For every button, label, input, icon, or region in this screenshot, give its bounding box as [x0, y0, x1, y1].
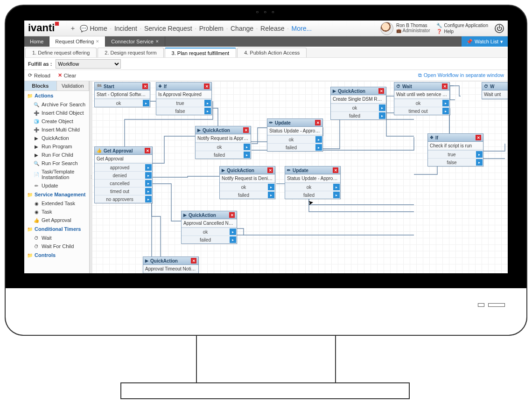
new-icon[interactable]: ＋	[70, 24, 76, 33]
node-update-rejected[interactable]: ✏Update✕ Status Update - Approval Rejec …	[285, 166, 341, 199]
node-qa-approved[interactable]: ▶QuickAction✕ Notify Request is Approved…	[195, 126, 251, 159]
close-icon[interactable]: ✕	[155, 39, 159, 44]
reload-button[interactable]: ⟳Reload	[28, 72, 50, 78]
palette-insert-multi[interactable]: ➕Insert Multi Child	[24, 125, 89, 134]
port[interactable]: ▸	[145, 180, 152, 187]
open-workflow-link[interactable]: ⧉Open Workflow in separate window	[418, 72, 504, 78]
port[interactable]: ▸	[230, 229, 236, 235]
palette-wait[interactable]: ⏱Wait	[24, 234, 89, 242]
port[interactable]: ▸	[268, 192, 274, 198]
node-qa-dsm[interactable]: ▶QuickAction✕ Create Single DSM Request …	[330, 87, 386, 120]
palette-wait-child[interactable]: ⏱Wait For Child	[24, 242, 89, 250]
close-icon[interactable]: ✕	[191, 258, 196, 263]
port[interactable]: ▸	[476, 159, 483, 166]
configure-app-link[interactable]: 🔧Configure Application	[436, 23, 488, 28]
palette-ext-task[interactable]: ◉Extended Task	[24, 199, 89, 208]
group-actions[interactable]: Actions	[24, 91, 89, 100]
palette-quickaction[interactable]: ▶QuickAction	[24, 134, 89, 142]
palette-run-child[interactable]: ▶Run For Child	[24, 151, 89, 159]
tab-home[interactable]: Home	[24, 36, 49, 47]
palette-task-template[interactable]: 📄Task/Template Instantiation	[24, 167, 89, 181]
port[interactable]: ▸	[333, 184, 340, 190]
close-icon[interactable]: ✕	[229, 212, 235, 218]
port[interactable]: ▸	[204, 108, 211, 114]
port[interactable]: ▸	[244, 152, 250, 158]
port[interactable]: ▸	[244, 144, 250, 150]
node-body: Is Approval Required	[156, 90, 211, 99]
port[interactable]: ▸	[204, 100, 211, 106]
palette-insert-child[interactable]: ➕Insert Child Object	[24, 109, 89, 117]
help-link[interactable]: ❓Help	[436, 29, 488, 34]
port[interactable]: ▸	[442, 108, 449, 114]
nav-home[interactable]: Home	[90, 25, 107, 32]
palette-update[interactable]: ✏Update	[24, 181, 89, 190]
node-if-approval[interactable]: ❖If✕ Is Approval Required true▸ false▸	[156, 82, 212, 115]
node-qa-cancelled[interactable]: ▶QuickAction✕ Approval Cancelled Notific…	[181, 211, 237, 244]
step-publish[interactable]: 4. Publish Action Access	[237, 48, 307, 57]
port[interactable]: ▸	[143, 100, 149, 106]
tab-connector-service[interactable]: Connector Service✕	[105, 36, 165, 47]
palette-create-object[interactable]: 🧊Create Object	[24, 117, 89, 125]
port[interactable]: ▸	[315, 136, 322, 143]
node-get-approval[interactable]: 👍Get Approval✕ Get Approval approved▸ de…	[94, 146, 153, 203]
close-icon[interactable]: ✕	[333, 167, 338, 173]
palette-run-search[interactable]: 🔍Run For Search	[24, 159, 89, 167]
close-icon[interactable]: ✕	[142, 83, 148, 89]
node-if-script[interactable]: ❖If✕ Check if script is run true▸ false▸	[427, 133, 483, 166]
group-cond-timers[interactable]: Conditional Timers	[24, 224, 89, 234]
nav-more[interactable]: More...	[292, 25, 312, 32]
port[interactable]: ▸	[442, 100, 449, 106]
node-qa-timeout[interactable]: ▶QuickAction✕ Approval Timeout Notificat…	[143, 256, 199, 273]
close-icon[interactable]: ✕	[267, 167, 273, 173]
nav-release[interactable]: Release	[260, 25, 284, 32]
step-plan[interactable]: 3. Plan request fulfillment	[165, 48, 237, 57]
close-icon[interactable]: ✕	[96, 39, 99, 44]
close-icon[interactable]: ✕	[315, 120, 321, 125]
node-qa-denied[interactable]: ▶QuickAction✕ Notify Request is Denied o…	[219, 166, 275, 199]
group-controls[interactable]: Controls	[24, 250, 89, 260]
power-button[interactable]: ⏻	[495, 24, 504, 33]
port[interactable]: ▸	[145, 172, 152, 179]
node-start[interactable]: 🏁Start✕ Start - Optional Software Instal…	[94, 82, 150, 107]
watch-list-button[interactable]: 📌Watch List▾	[462, 36, 508, 47]
nav-problem[interactable]: Problem	[199, 25, 224, 32]
port[interactable]: ▸	[379, 112, 385, 119]
sidebar-resizer[interactable]: ⋮	[90, 81, 92, 273]
close-icon[interactable]: ✕	[145, 148, 150, 153]
sidetab-validation[interactable]: Validation	[57, 81, 90, 90]
palette-get-approval[interactable]: 👍Get Approval	[24, 216, 89, 224]
sidetab-blocks[interactable]: Blocks	[24, 81, 57, 90]
step-define[interactable]: 1. Define request offering	[25, 48, 97, 57]
user-box[interactable]: Ron B Thomas Administrator	[380, 22, 430, 35]
tab-request-offering[interactable]: Request Offering✕	[49, 36, 105, 47]
nav-service-request[interactable]: Service Request	[144, 25, 192, 32]
fulfill-select[interactable]: Workflow	[56, 59, 121, 69]
palette-archive[interactable]: 🔍Archive For Search	[24, 100, 89, 109]
chat-icon[interactable]: 💬	[80, 25, 88, 32]
close-icon[interactable]: ✕	[204, 83, 210, 89]
palette-run-program[interactable]: ▶Run Program	[24, 142, 89, 151]
node-wait-partial[interactable]: ⏱W✕ Wait unt	[482, 82, 508, 99]
node-wait[interactable]: ⏱Wait✕ Wait until web service script has…	[394, 82, 450, 115]
port[interactable]: ▸	[145, 164, 152, 171]
close-icon[interactable]: ✕	[243, 127, 249, 133]
step-design[interactable]: 2. Design request form	[98, 48, 163, 57]
port[interactable]: ▸	[230, 236, 236, 243]
port[interactable]: ▸	[145, 196, 152, 202]
close-icon[interactable]: ✕	[442, 83, 448, 89]
port[interactable]: ▸	[379, 104, 385, 111]
port[interactable]: ▸	[268, 184, 274, 190]
port[interactable]: ▸	[145, 188, 152, 194]
group-service-mgmt[interactable]: Service Management	[24, 190, 89, 199]
port[interactable]: ▸	[476, 151, 483, 158]
node-update-approved[interactable]: ✏Update✕ Status Update - Approved ok▸ fa…	[267, 118, 323, 152]
close-icon[interactable]: ✕	[476, 135, 481, 140]
port[interactable]: ▸	[315, 144, 322, 151]
palette-task[interactable]: ◉Task	[24, 208, 89, 216]
close-icon[interactable]: ✕	[378, 88, 384, 94]
workflow-canvas[interactable]: ⋮	[90, 81, 508, 273]
clear-button[interactable]: ✕Clear	[58, 72, 76, 78]
nav-change[interactable]: Change	[231, 25, 253, 32]
port[interactable]: ▸	[333, 192, 340, 198]
nav-incident[interactable]: Incident	[114, 25, 137, 32]
